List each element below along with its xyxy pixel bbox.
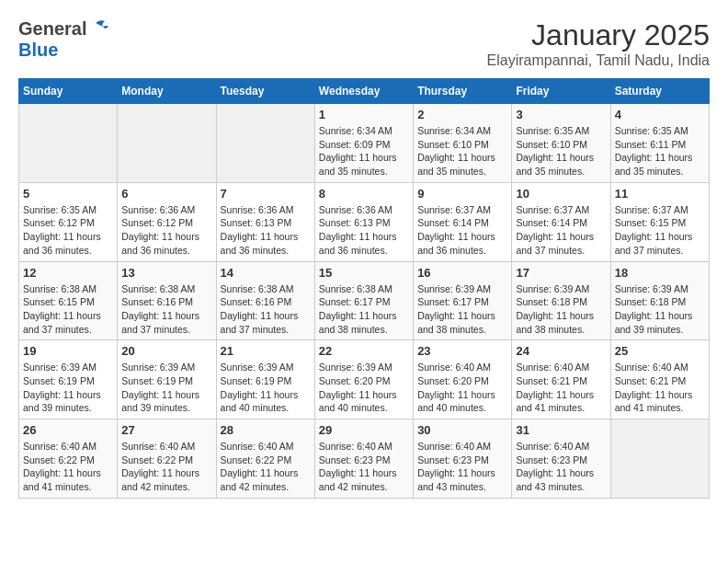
page-header: General Blue January 2025 Elayirampannai… — [18, 18, 710, 69]
weekday-header-row: SundayMondayTuesdayWednesdayThursdayFrid… — [19, 79, 710, 104]
day-info: Sunrise: 6:37 AM Sunset: 6:15 PM Dayligh… — [615, 203, 705, 258]
day-number: 24 — [516, 344, 606, 358]
calendar-cell: 4Sunrise: 6:35 AM Sunset: 6:11 PM Daylig… — [610, 104, 709, 183]
day-number: 21 — [221, 344, 311, 358]
day-info: Sunrise: 6:40 AM Sunset: 6:22 PM Dayligh… — [23, 440, 113, 494]
day-number: 1 — [319, 108, 409, 121]
day-number: 26 — [23, 423, 113, 437]
day-info: Sunrise: 6:37 AM Sunset: 6:14 PM Dayligh… — [516, 203, 606, 258]
calendar-subtitle: Elayirampannai, Tamil Nadu, India — [487, 52, 711, 69]
calendar-cell: 28Sunrise: 6:40 AM Sunset: 6:22 PM Dayli… — [216, 419, 314, 499]
calendar-cell: 1Sunrise: 6:34 AM Sunset: 6:09 PM Daylig… — [314, 104, 413, 183]
calendar-cell: 7Sunrise: 6:36 AM Sunset: 6:13 PM Daylig… — [216, 182, 314, 261]
day-number: 18 — [615, 266, 705, 280]
day-number: 2 — [417, 108, 507, 121]
week-row-2: 5Sunrise: 6:35 AM Sunset: 6:12 PM Daylig… — [19, 182, 710, 261]
calendar-cell: 26Sunrise: 6:40 AM Sunset: 6:22 PM Dayli… — [19, 419, 118, 499]
calendar-cell: 14Sunrise: 6:38 AM Sunset: 6:16 PM Dayli… — [216, 261, 314, 340]
day-info: Sunrise: 6:39 AM Sunset: 6:19 PM Dayligh… — [221, 361, 311, 415]
day-number: 12 — [23, 266, 113, 280]
day-number: 23 — [417, 344, 507, 358]
calendar-cell: 8Sunrise: 6:36 AM Sunset: 6:13 PM Daylig… — [314, 182, 413, 261]
calendar-table: SundayMondayTuesdayWednesdayThursdayFrid… — [18, 78, 710, 499]
calendar-cell: 12Sunrise: 6:38 AM Sunset: 6:15 PM Dayli… — [19, 261, 118, 340]
calendar-cell — [118, 104, 216, 183]
day-number: 14 — [221, 266, 311, 280]
weekday-header-monday: Monday — [118, 79, 216, 104]
day-number: 3 — [516, 108, 606, 121]
weekday-header-tuesday: Tuesday — [216, 79, 314, 104]
calendar-cell: 25Sunrise: 6:40 AM Sunset: 6:21 PM Dayli… — [610, 340, 709, 419]
calendar-header: SundayMondayTuesdayWednesdayThursdayFrid… — [19, 79, 710, 104]
calendar-cell: 2Sunrise: 6:34 AM Sunset: 6:10 PM Daylig… — [414, 104, 512, 183]
day-number: 7 — [221, 187, 311, 201]
day-number: 9 — [417, 187, 507, 201]
day-number: 11 — [615, 187, 705, 201]
day-info: Sunrise: 6:36 AM Sunset: 6:12 PM Dayligh… — [121, 203, 211, 258]
calendar-cell: 22Sunrise: 6:39 AM Sunset: 6:20 PM Dayli… — [314, 340, 413, 419]
day-info: Sunrise: 6:35 AM Sunset: 6:10 PM Dayligh… — [516, 124, 606, 178]
day-info: Sunrise: 6:38 AM Sunset: 6:16 PM Dayligh… — [121, 282, 211, 337]
day-number: 4 — [615, 108, 705, 121]
day-info: Sunrise: 6:36 AM Sunset: 6:13 PM Dayligh… — [221, 203, 311, 258]
day-info: Sunrise: 6:39 AM Sunset: 6:19 PM Dayligh… — [23, 361, 113, 415]
day-info: Sunrise: 6:38 AM Sunset: 6:17 PM Dayligh… — [319, 282, 409, 337]
calendar-cell: 5Sunrise: 6:35 AM Sunset: 6:12 PM Daylig… — [19, 182, 118, 261]
calendar-cell: 10Sunrise: 6:37 AM Sunset: 6:14 PM Dayli… — [512, 182, 610, 261]
week-row-4: 19Sunrise: 6:39 AM Sunset: 6:19 PM Dayli… — [19, 340, 710, 419]
calendar-cell: 18Sunrise: 6:39 AM Sunset: 6:18 PM Dayli… — [610, 261, 709, 340]
calendar-cell: 20Sunrise: 6:39 AM Sunset: 6:19 PM Dayli… — [118, 340, 216, 419]
day-info: Sunrise: 6:34 AM Sunset: 6:10 PM Dayligh… — [417, 124, 507, 178]
calendar-cell: 21Sunrise: 6:39 AM Sunset: 6:19 PM Dayli… — [216, 340, 314, 419]
day-number: 25 — [615, 344, 705, 358]
day-number: 5 — [23, 187, 113, 201]
day-number: 20 — [121, 344, 211, 358]
day-info: Sunrise: 6:38 AM Sunset: 6:16 PM Dayligh… — [221, 282, 311, 337]
day-number: 6 — [121, 187, 211, 201]
day-info: Sunrise: 6:35 AM Sunset: 6:11 PM Dayligh… — [615, 124, 705, 178]
calendar-cell: 6Sunrise: 6:36 AM Sunset: 6:12 PM Daylig… — [118, 182, 216, 261]
calendar-cell: 16Sunrise: 6:39 AM Sunset: 6:17 PM Dayli… — [414, 261, 512, 340]
weekday-header-saturday: Saturday — [610, 79, 709, 104]
calendar-cell: 3Sunrise: 6:35 AM Sunset: 6:10 PM Daylig… — [512, 104, 610, 183]
day-info: Sunrise: 6:34 AM Sunset: 6:09 PM Dayligh… — [319, 124, 409, 178]
day-info: Sunrise: 6:39 AM Sunset: 6:18 PM Dayligh… — [615, 282, 705, 337]
day-info: Sunrise: 6:36 AM Sunset: 6:13 PM Dayligh… — [319, 203, 409, 258]
day-info: Sunrise: 6:40 AM Sunset: 6:22 PM Dayligh… — [121, 440, 211, 494]
day-number: 29 — [319, 423, 409, 437]
week-row-3: 12Sunrise: 6:38 AM Sunset: 6:15 PM Dayli… — [19, 261, 710, 340]
calendar-cell: 9Sunrise: 6:37 AM Sunset: 6:14 PM Daylig… — [414, 182, 512, 261]
day-info: Sunrise: 6:40 AM Sunset: 6:23 PM Dayligh… — [516, 440, 606, 494]
day-number: 8 — [319, 187, 409, 201]
day-info: Sunrise: 6:38 AM Sunset: 6:15 PM Dayligh… — [23, 282, 113, 337]
day-number: 16 — [417, 266, 507, 280]
day-info: Sunrise: 6:39 AM Sunset: 6:18 PM Dayligh… — [516, 282, 606, 337]
calendar-cell: 13Sunrise: 6:38 AM Sunset: 6:16 PM Dayli… — [118, 261, 216, 340]
calendar-cell: 11Sunrise: 6:37 AM Sunset: 6:15 PM Dayli… — [610, 182, 709, 261]
day-number: 27 — [121, 423, 211, 437]
day-info: Sunrise: 6:40 AM Sunset: 6:21 PM Dayligh… — [516, 361, 606, 415]
day-number: 31 — [516, 423, 606, 437]
day-info: Sunrise: 6:37 AM Sunset: 6:14 PM Dayligh… — [417, 203, 507, 258]
day-info: Sunrise: 6:39 AM Sunset: 6:20 PM Dayligh… — [319, 361, 409, 415]
calendar-cell: 29Sunrise: 6:40 AM Sunset: 6:23 PM Dayli… — [314, 419, 413, 499]
day-info: Sunrise: 6:40 AM Sunset: 6:22 PM Dayligh… — [221, 440, 311, 494]
day-number: 15 — [319, 266, 409, 280]
week-row-1: 1Sunrise: 6:34 AM Sunset: 6:09 PM Daylig… — [19, 104, 710, 183]
calendar-cell: 31Sunrise: 6:40 AM Sunset: 6:23 PM Dayli… — [512, 419, 610, 499]
day-number: 22 — [319, 344, 409, 358]
day-info: Sunrise: 6:35 AM Sunset: 6:12 PM Dayligh… — [23, 203, 113, 258]
calendar-cell: 15Sunrise: 6:38 AM Sunset: 6:17 PM Dayli… — [314, 261, 413, 340]
day-info: Sunrise: 6:40 AM Sunset: 6:23 PM Dayligh… — [417, 440, 507, 494]
calendar-cell: 19Sunrise: 6:39 AM Sunset: 6:19 PM Dayli… — [19, 340, 118, 419]
calendar-cell: 24Sunrise: 6:40 AM Sunset: 6:21 PM Dayli… — [512, 340, 610, 419]
week-row-5: 26Sunrise: 6:40 AM Sunset: 6:22 PM Dayli… — [19, 419, 710, 499]
calendar-cell: 17Sunrise: 6:39 AM Sunset: 6:18 PM Dayli… — [512, 261, 610, 340]
calendar-cell — [216, 104, 314, 183]
day-number: 17 — [516, 266, 606, 280]
day-info: Sunrise: 6:39 AM Sunset: 6:17 PM Dayligh… — [417, 282, 507, 337]
day-info: Sunrise: 6:40 AM Sunset: 6:20 PM Dayligh… — [417, 361, 507, 415]
day-info: Sunrise: 6:40 AM Sunset: 6:21 PM Dayligh… — [615, 361, 705, 415]
logo-blue: Blue — [18, 40, 58, 61]
day-number: 28 — [221, 423, 311, 437]
